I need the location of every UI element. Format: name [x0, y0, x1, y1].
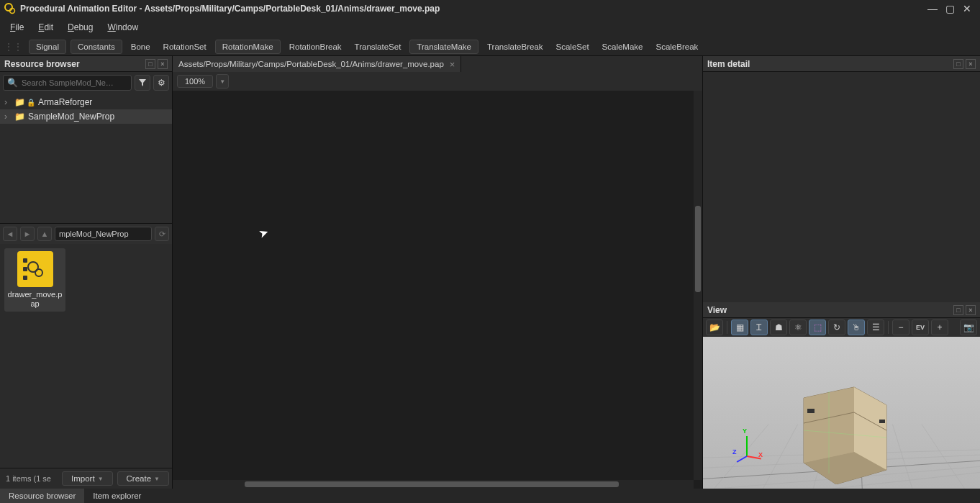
skeleton-toggle[interactable]: ☗ [770, 320, 787, 335]
panel-close-icon[interactable]: × [966, 59, 976, 69]
node-rotationbreak[interactable]: RotationBreak [285, 40, 346, 53]
node-translateset[interactable]: TranslateSet [350, 40, 406, 53]
tree-item-label: ArmaReforger [38, 97, 92, 107]
bottom-tab-bar: Resource browser Item explorer [0, 489, 980, 503]
vertical-scrollbar[interactable] [694, 91, 702, 480]
menu-window[interactable]: Window [101, 20, 144, 35]
import-button[interactable]: Import▼ [62, 471, 113, 486]
minus-icon: − [898, 322, 903, 332]
tab-resource-browser[interactable]: Resource browser [0, 489, 84, 503]
search-icon: 🔍 [7, 78, 18, 88]
graph-icon: ⚛ [794, 322, 802, 332]
tree-item-samplemod[interactable]: › 📁 SampleMod_NewProp [0, 109, 172, 124]
zoom-value[interactable]: 100% [177, 75, 213, 88]
axis-gizmo: Y X Z [735, 431, 764, 460]
item-detail-panel [703, 72, 980, 302]
tree-item-armareforger[interactable]: › 📁 🔒 ArmaReforger [0, 95, 172, 109]
editor-tab-label: Assets/Props/Military/Camps/PortableDesk… [178, 60, 444, 68]
chevron-right-icon: › [4, 97, 12, 107]
editor-tab[interactable]: Assets/Props/Military/Camps/PortableDesk… [173, 56, 461, 72]
pap-file-icon [17, 251, 53, 287]
search-input[interactable] [22, 78, 127, 87]
panel-close-icon[interactable]: × [158, 59, 168, 69]
window-title: Procedural Animation Editor - Assets/Pro… [20, 4, 924, 14]
menu-file[interactable]: File [4, 20, 30, 35]
folder-open-icon: 📂 [709, 322, 720, 332]
list-toggle[interactable]: ☰ [867, 320, 884, 335]
breadcrumb[interactable]: mpleMod_NewProp [55, 227, 152, 241]
node-scaleset[interactable]: ScaleSet [552, 40, 594, 53]
app-icon [4, 3, 16, 14]
cursor-toggle[interactable]: Ꮖ [750, 320, 768, 335]
tab-item-explorer[interactable]: Item explorer [84, 489, 150, 503]
refresh-button[interactable]: ⟳ [155, 227, 169, 241]
bounds-toggle[interactable]: ⬚ [809, 320, 826, 335]
menu-edit[interactable]: Edit [32, 20, 59, 35]
search-input-wrap: 🔍 [3, 75, 132, 91]
refresh-view[interactable]: ↻ [828, 320, 845, 335]
dropdown-icon: ▼ [98, 476, 104, 482]
ev-plus-button[interactable]: + [931, 320, 948, 335]
nav-forward-button[interactable]: ► [20, 227, 35, 241]
tree-item-label: SampleMod_NewProp [28, 112, 114, 122]
close-tab-icon[interactable]: × [450, 59, 455, 70]
item-detail-title: Item detail [707, 59, 750, 69]
mouse-toggle[interactable]: 🖱 [848, 320, 865, 335]
panel-popout-icon[interactable]: □ [953, 59, 963, 69]
node-bone[interactable]: Bone [127, 40, 155, 53]
menu-debug[interactable]: Debug [62, 20, 99, 35]
refresh-icon: ↻ [833, 322, 840, 332]
ev-minus-button[interactable]: − [892, 320, 909, 335]
graph-canvas[interactable]: ➤ [173, 91, 694, 480]
folder-icon: 📁 [14, 97, 25, 107]
file-item-drawer-move[interactable]: drawer_move.pap [4, 248, 65, 312]
camera-button[interactable]: 📷 [960, 320, 977, 335]
svg-rect-22 [879, 420, 885, 423]
ibeam-icon: Ꮖ [756, 322, 762, 332]
create-button[interactable]: Create▼ [117, 471, 169, 486]
node-toolbar: ⋮⋮ Signal Constants Bone RotationSet Rot… [0, 37, 980, 56]
mouse-icon: 🖱 [852, 322, 861, 332]
node-signal[interactable]: Signal [29, 40, 66, 54]
view-panel: 📂 ▦ Ꮖ ☗ ⚛ ⬚ ↻ 🖱 ☰ − EV + 📷 [703, 318, 980, 489]
panel-close-icon[interactable]: × [966, 305, 976, 315]
cursor-icon: ➤ [257, 225, 271, 240]
nav-back-button[interactable]: ◄ [3, 227, 17, 241]
close-button[interactable]: ✕ [958, 1, 976, 16]
node-scalemake[interactable]: ScaleMake [598, 40, 648, 53]
open-button[interactable]: 📂 [706, 320, 723, 335]
svg-rect-21 [807, 409, 815, 413]
node-translatemake[interactable]: TranslateMake [409, 40, 478, 54]
zoom-dropdown[interactable]: ▼ [216, 74, 229, 89]
maximize-button[interactable]: ▢ [941, 1, 958, 16]
folder-tree: › 📁 🔒 ArmaReforger › 📁 SampleMod_NewProp [0, 94, 172, 223]
camera-icon: 📷 [963, 322, 974, 332]
dropdown-icon: ▼ [154, 476, 160, 482]
node-translatebreak[interactable]: TranslateBreak [483, 40, 548, 53]
grid-toggle[interactable]: ▦ [731, 320, 748, 335]
nodes-toggle[interactable]: ⚛ [789, 320, 807, 335]
grid-icon: ▦ [736, 322, 744, 332]
filter-button[interactable] [135, 75, 150, 91]
node-rotationset[interactable]: RotationSet [159, 40, 211, 53]
horizontal-scrollbar[interactable] [173, 480, 694, 489]
nav-up-button[interactable]: ▲ [37, 227, 52, 241]
person-icon: ☗ [775, 322, 783, 332]
ev-button[interactable]: EV [912, 320, 929, 335]
panel-popout-icon[interactable]: □ [953, 305, 963, 315]
view-panel-title: View [707, 305, 727, 315]
panel-popout-icon[interactable]: □ [145, 59, 155, 69]
node-rotationmake[interactable]: RotationMake [215, 40, 281, 54]
menubar: File Edit Debug Window [0, 17, 980, 37]
gear-icon: ⚙ [158, 78, 165, 88]
list-icon: ☰ [872, 322, 880, 332]
chevron-right-icon: › [4, 112, 12, 122]
resource-browser-panel: Resource browser □ × 🔍 ⚙ › 📁 🔒 ArmaRefor… [0, 56, 173, 489]
node-scalebreak[interactable]: ScaleBreak [651, 40, 702, 53]
bounds-icon: ⬚ [814, 322, 822, 332]
minimize-button[interactable]: — [924, 1, 941, 16]
settings-button[interactable]: ⚙ [153, 75, 169, 91]
svg-point-3 [35, 269, 42, 276]
node-constants[interactable]: Constants [71, 40, 122, 54]
3d-viewport[interactable]: Y X Z [703, 337, 980, 489]
